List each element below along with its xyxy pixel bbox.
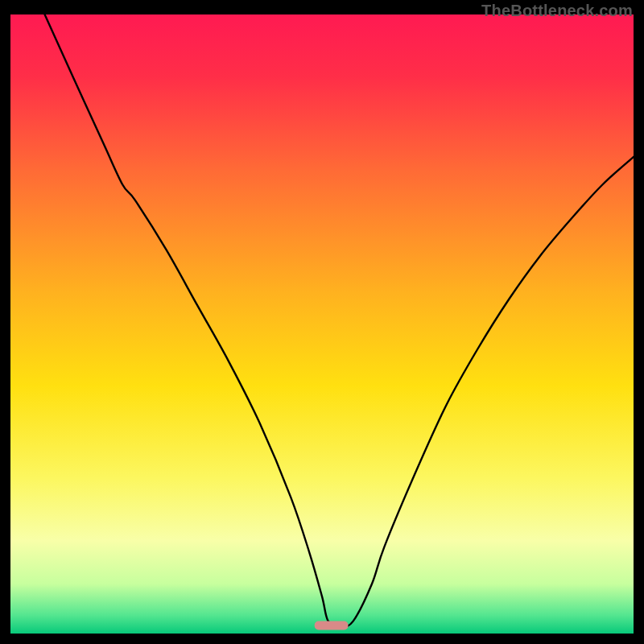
watermark-label: TheBottleneck.com <box>481 2 633 20</box>
chart-container <box>10 14 634 634</box>
gradient-background <box>10 14 634 634</box>
optimal-marker <box>315 621 349 630</box>
bottleneck-chart <box>10 14 634 634</box>
